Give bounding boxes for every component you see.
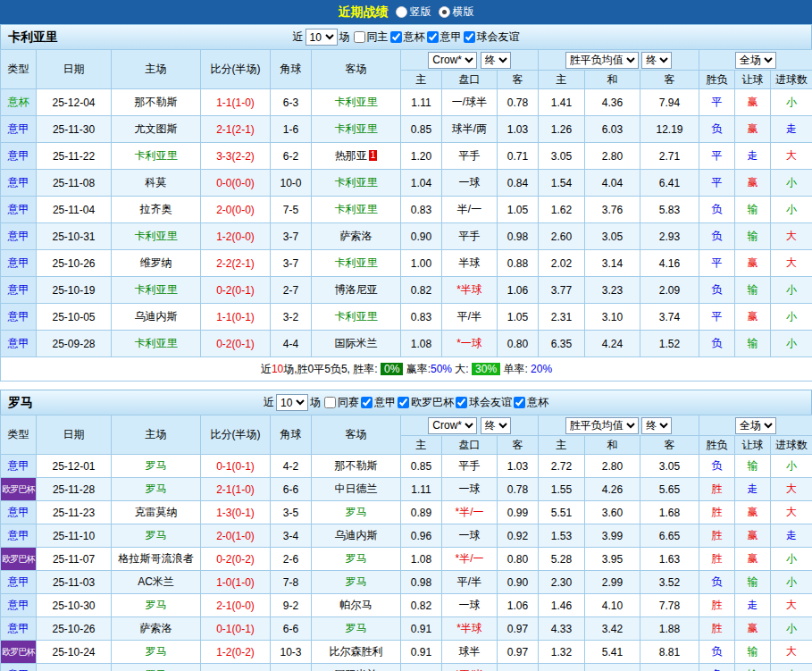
handicap-line: 一球 [442,170,498,197]
avg-time-select[interactable]: 终 [641,417,672,434]
away-team-link[interactable]: 萨索洛 [312,223,401,250]
odds-source-select[interactable]: Crow* [428,417,477,434]
home-team-link[interactable]: 格拉斯哥流浪者 [112,548,201,571]
odds-source-select[interactable]: Crow* [428,52,477,69]
checkbox-input[interactable] [427,31,439,43]
competition-type: 意甲 [1,170,37,197]
checkbox-input[interactable] [390,31,402,43]
home-team-link[interactable]: 罗马 [112,594,201,617]
competition-type: 欧罗巴杯 [1,548,37,571]
score: 2-2(2-1) [201,250,271,277]
checkbox-input[interactable] [456,397,467,408]
away-team-link[interactable]: 帕尔马 [312,594,401,617]
away-team-link[interactable]: 卡利亚里 [312,250,401,277]
scope-select[interactable]: 全场 [735,417,776,434]
avg-home-odds: 2.30 [539,571,585,594]
filter-checkbox[interactable]: 欧罗巴杯 [398,395,454,410]
odds-time-select[interactable]: 终 [481,52,511,69]
corners: 6-6 [271,617,312,641]
home-team-link[interactable]: 拉齐奥 [112,197,201,223]
home-team-link[interactable]: 卡利亚里 [112,331,201,357]
home-team-link[interactable]: 乌迪内斯 [112,304,201,331]
home-team-link[interactable]: 尤文图斯 [112,116,201,143]
away-team-link[interactable]: 卡利亚里 [312,89,401,116]
away-team-link[interactable]: 热那亚1 [312,143,401,170]
home-odds: 0.83 [401,197,442,223]
home-team-link[interactable]: AC米兰 [112,571,201,594]
score: 0-2(0-2) [201,548,271,571]
radio-selected-icon[interactable] [439,6,450,18]
home-team-link[interactable]: 那不勒斯 [112,89,201,116]
home-team-link[interactable]: 科莫 [112,170,201,197]
away-team-link[interactable]: 国际米兰 [312,664,401,671]
avg-draw-odds: 4.04 [585,170,640,197]
checkbox-input[interactable] [361,397,373,408]
home-odds: 0.89 [401,501,442,524]
checkbox-input[interactable] [514,397,525,408]
checkbox-input[interactable] [398,397,409,408]
away-team-link[interactable]: 国际米兰 [312,331,401,357]
away-team-link[interactable]: 卡利亚里 [312,116,401,143]
layout-horizontal-option[interactable]: 横版 [439,4,474,20]
avg-time-select[interactable]: 终 [641,52,672,69]
home-team-link[interactable]: 萨索洛 [112,617,201,641]
filter-checkbox[interactable]: 意杯 [514,395,548,410]
home-team-link[interactable]: 克雷莫纳 [112,501,201,524]
avg-draw-odds: 3.10 [585,304,640,331]
radio-unselected-icon[interactable] [396,6,407,18]
match-row: 意甲25-11-23克雷莫纳1-3(0-1)3-5罗马0.89*半/一0.995… [1,501,812,524]
home-team-link[interactable]: 罗马 [112,641,201,664]
filter-checkbox[interactable]: 球会友谊 [464,29,520,45]
avg-type-select[interactable]: 胜平负均值 [565,52,639,69]
home-team-link[interactable]: 维罗纳 [112,250,201,277]
match-date: 25-10-31 [37,223,112,250]
home-team-link[interactable]: 罗马 [112,455,201,478]
away-team-link[interactable]: 那不勒斯 [312,455,401,478]
away-team-link[interactable]: 乌迪内斯 [312,524,401,548]
away-team-link[interactable]: 罗马 [312,501,401,524]
away-team-link[interactable]: 比尔森胜利 [312,641,401,664]
away-team-link[interactable]: 中日德兰 [312,478,401,501]
away-odds: 1.06 [498,594,539,617]
score: 0-0(0-0) [201,170,271,197]
competition-type: 意甲 [1,617,37,641]
home-odds: 1.11 [401,478,442,501]
odds-time-select[interactable]: 终 [481,417,511,434]
home-team-link[interactable]: 卡利亚里 [112,277,201,304]
avg-draw-odds: 2.80 [585,455,640,478]
filter-checkbox[interactable]: 意杯 [390,29,425,45]
away-team-link[interactable]: 罗马 [312,548,401,571]
away-team-link[interactable]: 罗马 [312,571,401,594]
corners: 3-7 [271,250,312,277]
home-team-link[interactable]: 卡利亚里 [112,223,201,250]
checkbox-input[interactable] [354,31,365,43]
avg-type-select[interactable]: 胜平负均值 [565,417,639,434]
layout-vertical-option[interactable]: 竖版 [396,4,431,20]
score: 2-0(0-0) [201,197,271,223]
match-row: 意甲25-11-03AC米兰1-0(1-0)7-8罗马0.98平/半0.902.… [1,571,812,594]
match-count-select[interactable]: 10 [306,29,338,46]
checkbox-input[interactable] [464,31,475,43]
subcol-odds-home: 主 [401,436,442,455]
corners: 6-3 [271,89,312,116]
filter-checkbox[interactable]: 同赛 [324,395,359,410]
away-team-link[interactable]: 卡利亚里 [312,304,401,331]
scope-select[interactable]: 全场 [735,52,776,69]
home-team-link[interactable]: 卡利亚里 [112,143,201,170]
away-team-link[interactable]: 博洛尼亚 [312,277,401,304]
filter-checkbox[interactable]: 同主 [354,29,389,45]
filter-checkbox[interactable]: 球会友谊 [456,395,512,410]
corners: 7-8 [271,571,312,594]
away-team-link[interactable]: 卡利亚里 [312,197,401,223]
match-row: 意甲25-10-19卡利亚里0-2(0-1)2-7博洛尼亚0.82*半球1.06… [1,277,812,304]
checkbox-input[interactable] [324,397,336,408]
home-team-link[interactable]: 罗马 [112,524,201,548]
home-team-link[interactable]: 罗马 [112,664,201,671]
home-team-link[interactable]: 罗马 [112,478,201,501]
filter-checkbox[interactable]: 意甲 [361,395,396,410]
goals-outcome: 小 [771,548,812,571]
filter-checkbox[interactable]: 意甲 [427,29,462,45]
away-team-link[interactable]: 卡利亚里 [312,170,401,197]
match-count-select[interactable]: 10 [276,394,308,411]
away-team-link[interactable]: 罗马 [312,617,401,641]
